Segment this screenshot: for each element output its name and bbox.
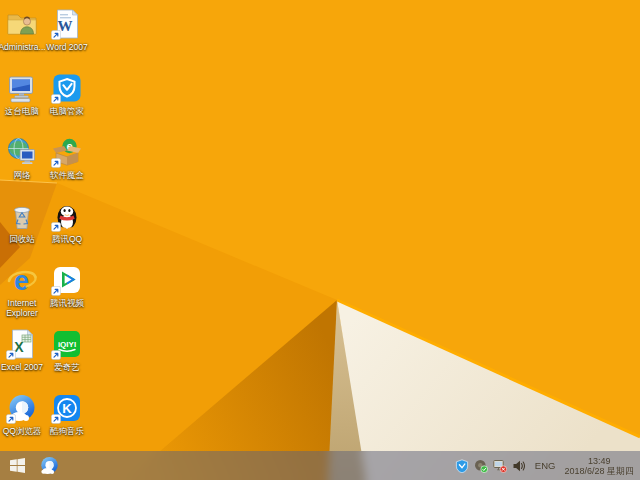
- taskbar-pinned-qq-browser[interactable]: [34, 451, 64, 480]
- internet-explorer-icon: e: [6, 264, 38, 296]
- shortcut-arrow-icon: [6, 350, 16, 360]
- taskbar-clock[interactable]: 13:49 2018/6/28 星期四: [564, 456, 636, 476]
- tencent-video-icon: [51, 264, 83, 296]
- desktop-icon-label: Word 2007: [39, 42, 95, 52]
- network-icon: [6, 136, 38, 168]
- shortcut-arrow-icon: [51, 222, 61, 232]
- word-2007-icon: W: [51, 8, 83, 40]
- windows-logo-icon: [10, 458, 25, 473]
- start-button[interactable]: [0, 451, 34, 480]
- shortcut-arrow-icon: [51, 94, 61, 104]
- shortcut-arrow-icon: [51, 414, 61, 424]
- tray-network-disconnected-icon[interactable]: [493, 459, 507, 473]
- shortcut-arrow-icon: [51, 158, 61, 168]
- desktop-icon-label: 软件魔盒: [39, 170, 95, 180]
- software-box-icon: e: [51, 136, 83, 168]
- shortcut-arrow-icon: [51, 350, 61, 360]
- shortcut-arrow-icon: [51, 286, 61, 296]
- iqiyi-icon: iQIYI: [51, 328, 83, 360]
- clock-time: 13:49: [564, 456, 634, 466]
- desktop-icon-tencent-qq[interactable]: 腾讯QQ: [39, 200, 95, 244]
- kugou-music-icon: K: [51, 392, 83, 424]
- desktop-icon-label: 腾讯视频: [39, 298, 95, 308]
- qq-browser-icon: [6, 392, 38, 424]
- desktop-icon-iqiyi[interactable]: iQIYI爱奇艺: [39, 328, 95, 372]
- desktop-icon-label: 电脑管家: [39, 106, 95, 116]
- desktop-icon-word-2007[interactable]: WWord 2007: [39, 8, 95, 52]
- language-indicator[interactable]: ENG: [532, 460, 559, 471]
- tray-volume-icon[interactable]: [512, 459, 526, 473]
- excel-2007-icon: X: [6, 328, 38, 360]
- shortcut-arrow-icon: [6, 414, 16, 424]
- desktop-icon-kugou-music[interactable]: K酷狗音乐: [39, 392, 95, 436]
- system-tray: ENG 13:49 2018/6/28 星期四: [455, 456, 640, 476]
- shortcut-arrow-icon: [51, 30, 61, 40]
- desktop-icon-pc-manager[interactable]: 电脑管家: [39, 72, 95, 116]
- user-folder-icon: [6, 8, 38, 40]
- svg-text:e: e: [14, 266, 29, 296]
- desktop-icons-layer: Administra...WWord 2007这台电脑电脑管家网络e软件魔盒回收…: [0, 0, 640, 480]
- tray-updater-check-icon[interactable]: [474, 459, 488, 473]
- clock-date: 2018/6/28 星期四: [564, 466, 634, 476]
- tray-pc-manager-shield-icon[interactable]: [455, 459, 469, 473]
- desktop-icon-tencent-video[interactable]: 腾讯视频: [39, 264, 95, 308]
- desktop-icon-label: 酷狗音乐: [39, 426, 95, 436]
- desktop-icon-software-box[interactable]: e软件魔盒: [39, 136, 95, 180]
- tray-icons: [455, 459, 526, 473]
- taskbar-pinned-apps: [34, 451, 64, 480]
- svg-text:iQIYI: iQIYI: [58, 340, 76, 349]
- tencent-qq-icon: [51, 200, 83, 232]
- pc-manager-icon: [51, 72, 83, 104]
- desktop-icon-label: 腾讯QQ: [39, 234, 95, 244]
- desktop-screen: Administra...WWord 2007这台电脑电脑管家网络e软件魔盒回收…: [0, 0, 640, 480]
- this-pc-icon: [6, 72, 38, 104]
- svg-text:K: K: [62, 401, 72, 416]
- taskbar: ENG 13:49 2018/6/28 星期四: [0, 451, 640, 480]
- recycle-bin-icon: [6, 200, 38, 232]
- desktop-icon-label: 爱奇艺: [39, 362, 95, 372]
